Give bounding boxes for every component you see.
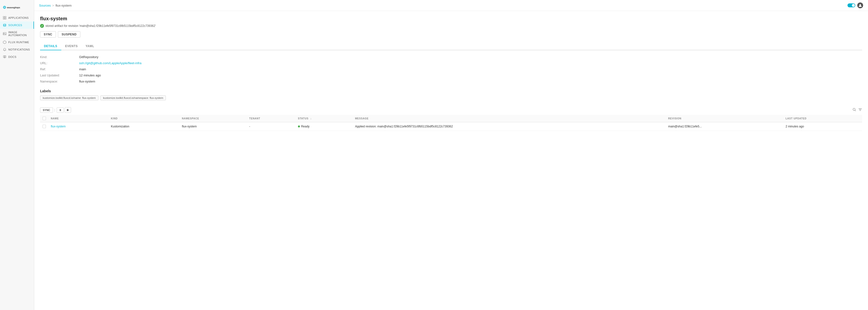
row-checkbox-cell <box>40 122 49 131</box>
col-revision[interactable]: REVISION <box>666 115 783 122</box>
ref-label: Ref: <box>40 67 79 71</box>
action-buttons: SYNC SUSPEND <box>40 31 862 38</box>
row-checkbox[interactable] <box>42 125 46 128</box>
tab-yaml[interactable]: YAML <box>82 42 98 50</box>
search-icon[interactable] <box>852 108 856 112</box>
status-bar: stored artifact for revision 'main@sha1:… <box>40 24 862 28</box>
ref-value: main <box>79 67 862 71</box>
sync-button[interactable]: SYNC <box>40 31 56 38</box>
image-icon <box>3 32 6 35</box>
svg-point-8 <box>3 24 6 25</box>
topbar-right <box>847 2 863 8</box>
svg-rect-6 <box>3 18 4 19</box>
sidebar: weavegitops Applications Sources Image A… <box>0 0 34 310</box>
table-row: flux-system Kustomization flux-system - … <box>40 122 862 131</box>
col-name[interactable]: NAME <box>49 115 108 122</box>
tab-events[interactable]: EVENTS <box>61 42 82 50</box>
row-kind: Kustomization <box>108 122 180 131</box>
table-pause-button[interactable]: ⏸ <box>57 107 64 113</box>
table-toolbar: SYNC | ⏸ ▶ <box>40 107 862 113</box>
select-all-checkbox[interactable] <box>42 117 46 120</box>
kind-value: GitRepository <box>79 55 862 59</box>
table-header-row: NAME KIND NAMESPACE TENANT STATUS ↓ <box>40 115 862 122</box>
status-ready: Ready <box>298 125 350 128</box>
topbar: Sources > flux-system <box>34 0 868 11</box>
database-icon <box>3 24 6 27</box>
last-updated-label: Last Updated: <box>40 73 79 77</box>
row-status: Ready <box>296 122 353 131</box>
last-updated-value: 12 minutes ago <box>79 73 862 77</box>
grid-icon <box>3 16 6 20</box>
breadcrumb-separator: > <box>52 4 54 7</box>
tab-bar: DETAILS EVENTS YAML <box>40 42 862 50</box>
sidebar-item-label: Docs <box>8 56 17 58</box>
sidebar-item-label: Sources <box>8 24 22 27</box>
col-kind[interactable]: KIND <box>108 115 180 122</box>
sidebar-item-label: Applications <box>8 16 29 19</box>
col-last-updated[interactable]: LAST UPDATED <box>783 115 862 122</box>
col-status[interactable]: STATUS ↓ <box>296 115 353 122</box>
label-chip: kustomize.toolkit.fluxcd.io/name: flux-s… <box>40 96 98 100</box>
row-name-link[interactable]: flux-system <box>51 125 66 128</box>
row-tenant: - <box>247 122 295 131</box>
svg-rect-9 <box>3 32 6 35</box>
sidebar-item-flux-runtime[interactable]: Flux Runtime <box>0 39 34 46</box>
kind-label: Kind: <box>40 55 79 59</box>
filter-icon[interactable] <box>858 108 862 112</box>
sidebar-item-notifications[interactable]: Notifications <box>0 46 34 53</box>
details-grid: Kind: GitRepository URL: ssh://git@githu… <box>40 55 862 83</box>
suspend-button[interactable]: SUSPEND <box>58 31 80 38</box>
svg-point-2 <box>4 7 5 7</box>
logo: weavegitops <box>0 2 34 14</box>
row-message: Applied revision: main@sha1:f29b11efe5f9… <box>353 122 666 131</box>
table-play-button[interactable]: ▶ <box>65 107 71 113</box>
sidebar-item-docs[interactable]: Docs <box>0 53 34 61</box>
label-chip: kustomize.toolkit.fluxcd.io/namespace: f… <box>100 96 166 100</box>
table-toolbar-right <box>852 108 862 112</box>
row-namespace: flux-system <box>180 122 247 131</box>
namespace-value: flux-system <box>79 79 862 83</box>
url-label: URL: <box>40 61 79 65</box>
col-tenant[interactable]: TENANT <box>247 115 295 122</box>
toolbar-separator: | <box>54 108 56 112</box>
sidebar-item-label: Flux Runtime <box>8 41 29 44</box>
row-name: flux-system <box>49 122 108 131</box>
sidebar-item-applications[interactable]: Applications <box>0 14 34 22</box>
status-label: Ready <box>301 125 310 128</box>
tab-details[interactable]: DETAILS <box>40 42 61 50</box>
svg-rect-5 <box>5 16 6 18</box>
svg-text:weavegitops: weavegitops <box>7 6 20 9</box>
url-value[interactable]: ssh://git@github.com/LappleApple/fleet-i… <box>79 61 862 65</box>
status-dot-ready <box>298 126 300 128</box>
book-icon <box>3 55 6 59</box>
status-check-icon <box>40 24 44 28</box>
svg-rect-7 <box>5 18 6 19</box>
table-sync-button[interactable]: SYNC <box>40 107 53 113</box>
data-table: NAME KIND NAMESPACE TENANT STATUS ↓ <box>40 115 862 131</box>
status-message: stored artifact for revision 'main@sha1:… <box>45 24 156 28</box>
labels-container: kustomize.toolkit.fluxcd.io/name: flux-s… <box>40 96 862 100</box>
main-area: Sources > flux-system flux-system stored… <box>34 0 868 310</box>
sidebar-item-label: Notifications <box>8 48 30 51</box>
bell-icon <box>3 48 6 51</box>
col-namespace[interactable]: NAMESPACE <box>180 115 247 122</box>
col-message[interactable]: MESSAGE <box>353 115 666 122</box>
labels-title: Labels <box>40 89 862 93</box>
namespace-label: Namespace: <box>40 79 79 83</box>
user-avatar[interactable] <box>857 2 863 8</box>
sidebar-item-label: Image Automation <box>8 31 31 37</box>
sort-icon: ↓ <box>310 117 312 120</box>
sidebar-nav: Applications Sources Image Automation Fl… <box>0 14 34 61</box>
flux-icon <box>3 40 6 44</box>
breadcrumb-parent[interactable]: Sources <box>39 4 51 7</box>
row-revision: main@sha1:f29b11efe5... <box>666 122 783 131</box>
select-all-header <box>40 115 49 122</box>
page-title: flux-system <box>40 16 862 22</box>
table-toolbar-left: SYNC | ⏸ ▶ <box>40 107 71 113</box>
svg-rect-4 <box>3 16 4 18</box>
theme-toggle[interactable] <box>847 3 855 7</box>
sidebar-item-sources[interactable]: Sources <box>0 22 34 29</box>
sidebar-item-image-automation[interactable]: Image Automation <box>0 29 34 39</box>
content-area: flux-system stored artifact for revision… <box>34 11 868 310</box>
row-last-updated: 2 minutes ago <box>783 122 862 131</box>
